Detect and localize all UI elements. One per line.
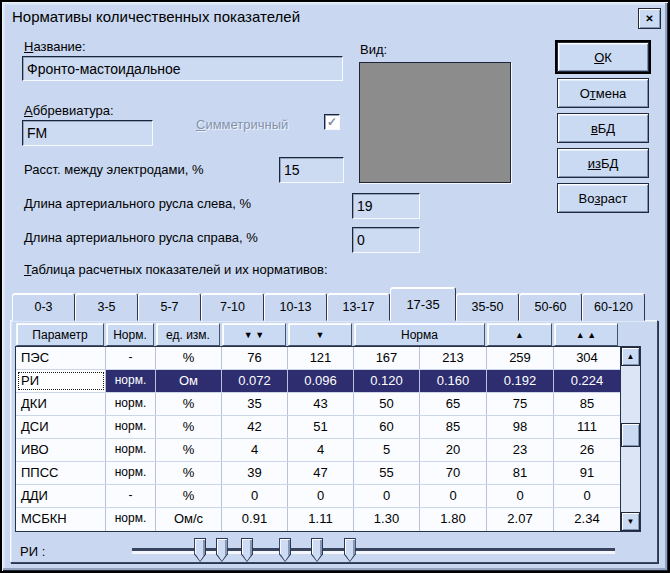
- value-cell[interactable]: 167: [354, 347, 420, 369]
- value-cell[interactable]: 85: [554, 393, 620, 415]
- value-cell[interactable]: 121: [288, 347, 354, 369]
- param-cell[interactable]: РИ: [16, 370, 106, 392]
- table-row[interactable]: РИнорм.Ом0.0720.0960.1200.1600.1920.224: [16, 370, 620, 393]
- tab-7-10[interactable]: 7-10: [201, 293, 264, 321]
- tab-13-17[interactable]: 13-17: [327, 293, 390, 321]
- value-cell[interactable]: 55: [354, 462, 420, 484]
- scroll-down-button[interactable]: ▼: [621, 512, 640, 531]
- value-cell[interactable]: 304: [554, 347, 620, 369]
- tab-35-50[interactable]: 35-50: [456, 293, 519, 321]
- value-cell[interactable]: %: [156, 485, 222, 507]
- value-cell[interactable]: %: [156, 439, 222, 461]
- tab-3-5[interactable]: 3-5: [75, 293, 138, 321]
- cancel-button[interactable]: Отмена: [557, 78, 649, 108]
- length-left-input[interactable]: [352, 193, 420, 219]
- value-cell[interactable]: 42: [222, 416, 288, 438]
- tab-60-120[interactable]: 60-120: [582, 293, 645, 321]
- value-cell[interactable]: 2.07: [487, 508, 554, 531]
- table-scrollbar[interactable]: ▲ ▼: [620, 347, 640, 531]
- value-cell[interactable]: 0: [487, 485, 554, 507]
- to-db-button[interactable]: в БД: [557, 113, 649, 143]
- header-norm[interactable]: Норм.: [106, 323, 154, 346]
- value-cell[interactable]: 91: [554, 462, 620, 484]
- value-cell[interactable]: %: [156, 416, 222, 438]
- value-cell[interactable]: Ом: [156, 370, 222, 392]
- value-cell[interactable]: 4: [288, 439, 354, 461]
- value-cell[interactable]: 26: [554, 439, 620, 461]
- tab-17-35[interactable]: 17-35: [390, 287, 456, 321]
- value-cell[interactable]: 43: [288, 393, 354, 415]
- table-row[interactable]: ДСИнорм.%4251608598111: [16, 416, 620, 439]
- value-cell[interactable]: 20: [420, 439, 487, 461]
- value-cell[interactable]: 111: [554, 416, 620, 438]
- table-row[interactable]: ПЭС-%76121167213259304: [16, 347, 620, 370]
- header-down-icon[interactable]: ▼: [288, 323, 352, 346]
- value-cell[interactable]: норм.: [106, 462, 156, 484]
- tab-10-13[interactable]: 10-13: [264, 293, 327, 321]
- value-cell[interactable]: -: [106, 485, 156, 507]
- value-cell[interactable]: 60: [354, 416, 420, 438]
- value-cell[interactable]: 1.80: [420, 508, 487, 531]
- header-up-icon[interactable]: ▲: [487, 323, 552, 346]
- value-cell[interactable]: 0.072: [222, 370, 288, 392]
- header-double-down-icon[interactable]: ▼ ▼: [222, 323, 286, 346]
- length-right-input[interactable]: [352, 227, 420, 253]
- value-cell[interactable]: 1.11: [288, 508, 354, 531]
- value-cell[interactable]: Ом/с: [156, 508, 222, 531]
- value-cell[interactable]: 1.30: [354, 508, 420, 531]
- value-cell[interactable]: 0: [420, 485, 487, 507]
- param-cell[interactable]: ППСС: [16, 462, 106, 484]
- value-cell[interactable]: 4: [222, 439, 288, 461]
- value-cell[interactable]: 51: [288, 416, 354, 438]
- value-cell[interactable]: 75: [487, 393, 554, 415]
- scrollbar-thumb[interactable]: [621, 423, 640, 447]
- value-cell[interactable]: норм.: [106, 508, 156, 531]
- value-cell[interactable]: 65: [420, 393, 487, 415]
- value-cell[interactable]: 0: [554, 485, 620, 507]
- header-unit[interactable]: ед. изм.: [156, 323, 220, 346]
- value-cell[interactable]: 259: [487, 347, 554, 369]
- tab-50-60[interactable]: 50-60: [519, 293, 582, 321]
- value-cell[interactable]: 0.096: [288, 370, 354, 392]
- header-param[interactable]: Параметр: [16, 323, 104, 346]
- value-cell[interactable]: 85: [420, 416, 487, 438]
- close-button[interactable]: ✕: [638, 8, 661, 29]
- name-input[interactable]: [22, 56, 343, 81]
- table-row[interactable]: ППССнорм.%394755708191: [16, 462, 620, 485]
- value-cell[interactable]: 0.160: [420, 370, 487, 392]
- param-cell[interactable]: ПЭС: [16, 347, 106, 369]
- value-cell[interactable]: 0: [288, 485, 354, 507]
- abbr-input[interactable]: [22, 120, 153, 146]
- value-cell[interactable]: 0: [222, 485, 288, 507]
- header-double-up-icon[interactable]: ▲ ▲: [554, 323, 618, 346]
- value-cell[interactable]: 0: [354, 485, 420, 507]
- param-cell[interactable]: ИВО: [16, 439, 106, 461]
- value-cell[interactable]: норм.: [106, 393, 156, 415]
- value-cell[interactable]: 23: [487, 439, 554, 461]
- value-cell[interactable]: 98: [487, 416, 554, 438]
- value-cell[interactable]: %: [156, 393, 222, 415]
- value-cell[interactable]: 0.91: [222, 508, 288, 531]
- tab-5-7[interactable]: 5-7: [138, 293, 201, 321]
- value-cell[interactable]: 213: [420, 347, 487, 369]
- distance-input[interactable]: [279, 157, 344, 183]
- value-cell[interactable]: -: [106, 347, 156, 369]
- header-norma[interactable]: Норма: [354, 323, 485, 346]
- value-cell[interactable]: 0.120: [354, 370, 420, 392]
- value-cell[interactable]: норм.: [106, 416, 156, 438]
- value-cell[interactable]: %: [156, 462, 222, 484]
- value-cell[interactable]: норм.: [106, 439, 156, 461]
- tab-0-3[interactable]: 0-3: [12, 293, 75, 321]
- ok-button[interactable]: ОК: [557, 42, 649, 72]
- age-button[interactable]: Возраст: [557, 183, 649, 213]
- scroll-up-button[interactable]: ▲: [621, 347, 640, 366]
- param-cell[interactable]: ДСИ: [16, 416, 106, 438]
- value-cell[interactable]: 39: [222, 462, 288, 484]
- value-cell[interactable]: 76: [222, 347, 288, 369]
- param-cell[interactable]: ДДИ: [16, 485, 106, 507]
- value-cell[interactable]: 2.34: [554, 508, 620, 531]
- table-row[interactable]: ИВОнорм.%445202326: [16, 439, 620, 462]
- param-cell[interactable]: ДКИ: [16, 393, 106, 415]
- from-db-button[interactable]: из БД: [557, 148, 649, 178]
- param-cell[interactable]: МСБКН: [16, 508, 106, 531]
